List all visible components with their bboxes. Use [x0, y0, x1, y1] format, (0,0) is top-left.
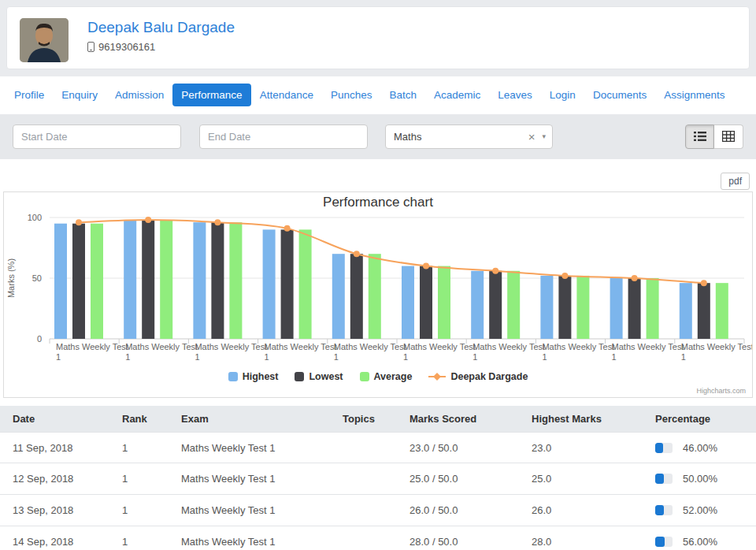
legend-swatch: [360, 372, 369, 381]
bar-average[interactable]: [647, 278, 659, 339]
column-header-rank: Rank: [122, 413, 181, 425]
bar-highest[interactable]: [332, 254, 345, 339]
y-tick-label: 50: [32, 273, 42, 283]
line-marker[interactable]: [145, 217, 151, 223]
bar-average[interactable]: [438, 266, 450, 339]
bar-average[interactable]: [369, 254, 381, 339]
percentage-progress-bar: [655, 474, 673, 484]
cell-marks-scored: 23.0 / 50.0: [410, 442, 532, 454]
bar-highest[interactable]: [193, 222, 206, 339]
x-category-label: Maths Weekly Test1: [195, 342, 267, 362]
percentage-text: 56.00%: [683, 536, 717, 548]
tab-academic[interactable]: Academic: [425, 84, 489, 106]
line-marker[interactable]: [354, 251, 360, 257]
x-category-label: Maths Weekly Test1: [681, 342, 752, 362]
bar-lowest[interactable]: [698, 283, 710, 339]
cell-marks-scored: 25.0 / 50.0: [410, 473, 532, 485]
legend-item-highest[interactable]: Highest: [228, 371, 279, 382]
tab-punches[interactable]: Punches: [322, 84, 381, 106]
table-view-button[interactable]: [714, 124, 743, 149]
subject-select[interactable]: Maths × ▾: [385, 124, 553, 149]
cell-percentage: 52.00%: [655, 504, 756, 516]
chevron-down-icon[interactable]: ▾: [538, 132, 546, 140]
filter-bar: Maths × ▾: [0, 114, 756, 159]
cell-marks-scored: 26.0 / 50.0: [410, 504, 532, 516]
bar-lowest[interactable]: [142, 220, 154, 339]
tab-profile[interactable]: Profile: [6, 84, 53, 106]
legend-label: Deepak Dargade: [450, 371, 528, 382]
bar-average[interactable]: [299, 229, 312, 339]
table-row: 14 Sep, 20181Maths Weekly Test 128.0 / 5…: [0, 526, 756, 550]
y-axis-title: Marks (%): [6, 258, 16, 298]
bar-highest[interactable]: [540, 276, 553, 339]
legend-label: Highest: [243, 371, 279, 382]
bar-lowest[interactable]: [72, 224, 85, 339]
cell-highest-marks: 25.0: [532, 473, 655, 485]
line-marker[interactable]: [492, 268, 498, 274]
line-marker[interactable]: [561, 273, 568, 279]
tab-documents[interactable]: Documents: [584, 84, 655, 106]
bar-lowest[interactable]: [489, 271, 502, 339]
bar-average[interactable]: [716, 283, 728, 339]
table-header-row: DateRankExamTopicsMarks ScoredHighest Ma…: [0, 406, 756, 432]
tab-enquiry[interactable]: Enquiry: [53, 84, 106, 106]
cell-exam: Maths Weekly Test 1: [181, 473, 343, 485]
pdf-export-button[interactable]: pdf: [721, 173, 750, 190]
percentage-progress-bar: [655, 537, 673, 547]
bar-average[interactable]: [576, 276, 589, 339]
tab-assignments[interactable]: Assignments: [655, 84, 733, 106]
percentage-text: 46.00%: [683, 442, 717, 454]
list-view-button[interactable]: [685, 124, 714, 149]
line-marker[interactable]: [701, 280, 707, 286]
x-category-label: Maths Weekly Test1: [334, 342, 406, 362]
bar-average[interactable]: [160, 220, 172, 339]
bar-highest[interactable]: [54, 224, 67, 339]
profile-info: Deepak Balu Dargade 9619306161: [87, 18, 235, 53]
bar-average[interactable]: [507, 271, 520, 339]
highcharts-credits: Highcharts.com: [696, 387, 746, 395]
line-marker[interactable]: [423, 263, 429, 269]
legend-item-lowest[interactable]: Lowest: [295, 371, 343, 382]
export-toolbar: pdf: [0, 159, 756, 191]
bar-highest[interactable]: [402, 266, 414, 339]
line-marker[interactable]: [284, 225, 291, 232]
start-date-input[interactable]: [13, 124, 181, 149]
line-marker[interactable]: [632, 275, 638, 281]
chart-title: Performance chart: [323, 195, 433, 210]
cell-date: 14 Sep, 2018: [13, 536, 122, 548]
tab-attendance[interactable]: Attendance: [251, 84, 322, 106]
bar-lowest[interactable]: [350, 254, 363, 339]
bar-highest[interactable]: [610, 278, 623, 339]
legend-label: Lowest: [309, 371, 343, 382]
tab-leaves[interactable]: Leaves: [489, 84, 541, 106]
bar-lowest[interactable]: [628, 278, 641, 339]
column-header-marks-scored: Marks Scored: [410, 413, 532, 425]
cell-marks-scored: 28.0 / 50.0: [410, 536, 532, 548]
bar-lowest[interactable]: [558, 276, 571, 339]
bar-lowest[interactable]: [420, 266, 432, 339]
bar-average[interactable]: [229, 222, 242, 339]
performance-chart-card: Performance chart050100Marks (%)Maths We…: [3, 191, 753, 398]
bar-average[interactable]: [91, 224, 103, 339]
tab-batch[interactable]: Batch: [380, 84, 425, 106]
bar-highest[interactable]: [124, 220, 136, 339]
tab-login[interactable]: Login: [541, 84, 584, 106]
line-marker[interactable]: [76, 219, 82, 225]
bar-lowest[interactable]: [281, 229, 294, 339]
bar-highest[interactable]: [471, 271, 484, 339]
tab-performance[interactable]: Performance: [172, 84, 250, 106]
bar-highest[interactable]: [263, 229, 276, 339]
end-date-input[interactable]: [199, 124, 368, 149]
bar-highest[interactable]: [680, 283, 692, 339]
legend-item-average[interactable]: Average: [360, 371, 413, 382]
percentage-progress-fill: [655, 474, 664, 484]
cell-highest-marks: 28.0: [532, 536, 655, 548]
legend-item-deepak-dargade[interactable]: Deepak Dargade: [428, 371, 528, 382]
top-strip: Deepak Balu Dargade 9619306161: [0, 0, 756, 76]
cell-percentage: 56.00%: [655, 536, 756, 548]
bar-lowest[interactable]: [211, 222, 224, 339]
profile-card: Deepak Balu Dargade 9619306161: [6, 6, 750, 69]
tab-admission[interactable]: Admission: [106, 84, 172, 106]
select-clear-icon[interactable]: ×: [525, 131, 539, 143]
line-marker[interactable]: [214, 219, 220, 225]
